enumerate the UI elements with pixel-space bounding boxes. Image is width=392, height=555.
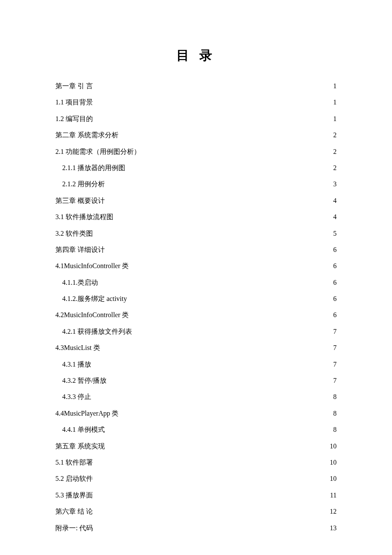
toc-entry-label: 第四章 详细设计	[55, 242, 105, 258]
toc-entry: 4.1MusicInfoController 类 6	[55, 258, 337, 274]
toc-leader	[93, 523, 330, 530]
toc-entry: 4.4.1 单例模式 8	[55, 422, 337, 438]
toc-entry-page: 8	[333, 405, 337, 422]
toc-leader	[93, 229, 333, 236]
toc-entry: 2.1.1 播放器的用例图2	[55, 160, 337, 176]
toc-leader	[125, 163, 333, 170]
toc-entry: 4.2.1 获得播放文件列表 7	[55, 324, 337, 340]
toc-entry-label: 4.3.1 播放	[62, 356, 91, 373]
toc-entry-page: 7	[333, 340, 337, 356]
toc-leader	[105, 425, 333, 432]
toc-entry-page: 2	[333, 160, 337, 176]
toc-entry-label: 4.4MusicPlayerApp 类	[55, 405, 118, 422]
toc-entry: 2.1 功能需求（用例图分析）2	[55, 144, 337, 160]
toc-leader	[105, 179, 333, 186]
toc-leader	[118, 130, 333, 137]
toc-leader	[98, 278, 333, 285]
toc-entry-label: 2.1.1 播放器的用例图	[62, 160, 125, 176]
toc-leader	[127, 294, 333, 301]
toc-entry-label: 附录一: 代码	[55, 520, 93, 536]
toc-entry-page: 13	[330, 520, 337, 536]
toc-entry-page: 6	[333, 258, 337, 274]
toc-entry-label: 5.1 软件部署	[55, 454, 93, 471]
toc-leader	[107, 376, 333, 383]
toc-entry: 第五章 系统实现10	[55, 438, 337, 454]
toc-entry-label: 3.1 软件播放流程图	[55, 209, 113, 225]
toc-entry-label: 4.1.2.服务绑定 activity	[62, 291, 127, 307]
toc-entry: 4.1.1.类启动6	[55, 275, 337, 291]
toc-entry: 第一章 引 言1	[55, 78, 337, 94]
toc-leader	[93, 98, 333, 104]
toc-leader	[93, 81, 333, 88]
toc-entry-page: 8	[333, 422, 337, 438]
toc-entry-label: 4.3.2 暂停/播放	[62, 373, 107, 389]
toc-entry-label: 4.2MusicInfoController 类	[55, 307, 129, 323]
toc-entry-label: 4.3.3 停止	[62, 389, 91, 405]
toc-entry-page: 4	[333, 209, 337, 225]
toc-entry-page: 6	[333, 307, 337, 323]
toc-entry-page: 7	[333, 373, 337, 389]
toc-leader	[105, 442, 330, 448]
toc-leader	[91, 360, 333, 367]
toc-entry-page: 5	[333, 225, 337, 242]
toc-entry-page: 4	[333, 193, 337, 209]
toc-entry-page: 3	[333, 176, 337, 192]
toc-leader	[129, 310, 333, 317]
toc-entry-label: 2.1 功能需求（用例图分析）	[55, 144, 141, 160]
toc-leader	[118, 409, 333, 416]
toc-entry: 5.2 启动软件 10	[55, 471, 337, 487]
toc-entry-page: 12	[330, 503, 337, 520]
toc-entry-page: 11	[330, 487, 337, 503]
toc-entry-label: 4.3MusicList 类	[55, 340, 100, 356]
toc-entry: 4.2MusicInfoController 类 6	[55, 307, 337, 323]
toc-entry: 4.1.2.服务绑定 activity 6	[55, 291, 337, 307]
toc-entry-label: 4.1.1.类启动	[62, 275, 98, 291]
toc-entry-page: 1	[333, 111, 337, 127]
toc-entry: 4.3.1 播放 7	[55, 356, 337, 373]
toc-entry: 3.1 软件播放流程图 4	[55, 209, 337, 225]
toc-entry-label: 5.2 启动软件	[55, 471, 93, 487]
toc-leader	[129, 261, 333, 268]
toc-entry-label: 1.1 项目背景	[55, 94, 93, 110]
toc-leader	[91, 392, 333, 399]
toc-entry: 1.1 项目背景1	[55, 94, 337, 110]
toc-entry-page: 1	[333, 78, 337, 94]
toc-entry-label: 第一章 引 言	[55, 78, 93, 94]
toc-entry-page: 10	[330, 454, 337, 471]
toc-entry-page: 8	[333, 389, 337, 405]
toc-entry: 第二章 系统需求分析2	[55, 127, 337, 143]
toc-leader	[93, 491, 330, 497]
toc-entry-page: 7	[333, 324, 337, 340]
toc-entry-page: 6	[333, 242, 337, 258]
toc-leader	[132, 327, 333, 334]
toc-entry: 第四章 详细设计6	[55, 242, 337, 258]
toc-entry-label: 第五章 系统实现	[55, 438, 105, 454]
toc-entry-label: 4.1MusicInfoController 类	[55, 258, 129, 274]
toc-entry: 1.2 编写目的1	[55, 111, 337, 127]
toc-entry-label: 第六章 结 论	[55, 503, 93, 520]
toc-leader	[93, 458, 330, 465]
toc-entry: 4.3.2 暂停/播放 7	[55, 373, 337, 389]
toc-leader	[100, 343, 333, 350]
toc-entry-page: 1	[333, 94, 337, 110]
toc-leader	[105, 196, 333, 203]
toc-entry: 第六章 结 论12	[55, 503, 337, 520]
toc-entry: 4.4MusicPlayerApp 类 8	[55, 405, 337, 422]
toc-entry-label: 1.2 编写目的	[55, 111, 93, 127]
toc-leader	[93, 474, 330, 481]
toc-entry: 5.1 软件部署 10	[55, 454, 337, 471]
toc-entry-page: 10	[330, 471, 337, 487]
toc-title: 目 录	[55, 47, 337, 64]
toc-entry-label: 5.3 播放界面	[55, 487, 93, 503]
toc-entry-label: 4.4.1 单例模式	[62, 422, 105, 438]
toc-leader	[113, 212, 333, 219]
toc-entry-page: 10	[330, 438, 337, 454]
toc-entry-page: 2	[333, 144, 337, 160]
toc-entry: 3.2 软件类图5	[55, 225, 337, 242]
toc-leader	[105, 245, 333, 252]
toc-entry-label: 2.1.2 用例分析	[62, 176, 105, 192]
toc-entry-label: 第三章 概要设计	[55, 193, 105, 209]
toc-entry: 2.1.2 用例分析 3	[55, 176, 337, 192]
toc-entry: 附录一: 代码13	[55, 520, 337, 536]
toc-entry-page: 7	[333, 356, 337, 373]
